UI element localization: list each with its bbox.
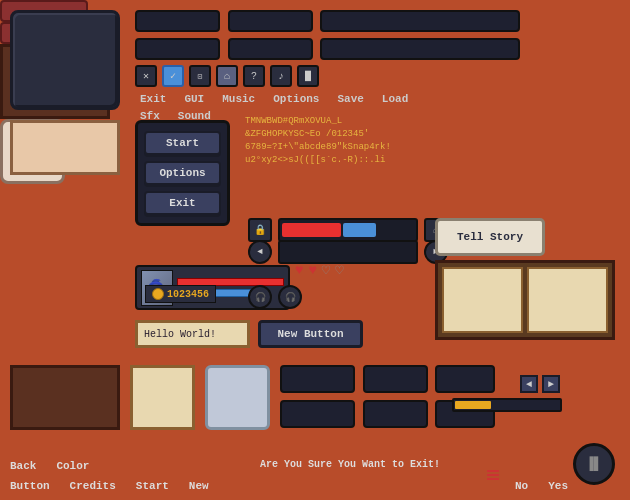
no-yes-row: No Yes [515,480,568,492]
pause-small-icon: ▐▌ [302,71,314,82]
arrow-left-icon: ◄ [257,247,262,257]
bottom-dark-btn-2[interactable] [280,400,355,428]
home-icon-btn[interactable]: ⌂ [216,65,238,87]
heart-1: ♥ [295,262,303,279]
bottom-new-label[interactable]: New [189,480,209,492]
left-tan-panel [10,120,120,175]
pause-button[interactable]: ▐▌ [573,443,615,485]
arrow-left-button[interactable]: ◄ [248,240,272,264]
bottom-brown-panel [10,365,120,430]
scroll-left-btn[interactable]: ◄ [520,375,538,393]
menu-exit-button[interactable]: Exit [144,191,221,215]
coin-display-icon [152,288,164,300]
slider-fill-blue [343,223,376,237]
lock-icon: 🔒 [254,224,266,236]
x-icon-btn[interactable]: ✕ [135,65,157,87]
nav-text-row: Exit GUI Music Options Save Load [140,93,408,105]
top-button-2[interactable] [228,10,313,32]
data-cell-1 [442,267,523,333]
bottom-grey-panel [205,365,270,430]
nav-load[interactable]: Load [382,93,408,105]
heart-4: ♡ [335,262,343,279]
headphone-icon-1: 🎧 [255,292,266,303]
headphone-icon-2: 🎧 [285,292,296,303]
dark-bar [278,240,418,264]
data-cell-2 [527,267,608,333]
camera-icon: ⊡ [198,72,203,81]
music-icon-btn[interactable]: ♪ [270,65,292,87]
question-icon-btn[interactable]: ? [243,65,265,87]
char-display: TMNWBWD#QRmXOVUA_L &ZFGHOPKYSC~Eo /01234… [245,115,495,167]
bottom-dark-btn-3[interactable] [363,365,428,393]
coin-score-display: 1023456 [145,285,216,303]
pause-icon: ▐▌ [586,456,603,472]
bottom-dark-btn-4[interactable] [363,400,428,428]
check-icon-btn[interactable]: ✓ [162,65,184,87]
home-icon: ⌂ [224,71,230,82]
nav-options[interactable]: Options [273,93,319,105]
scroll-right-btn[interactable]: ► [542,375,560,393]
top-button-8[interactable] [320,38,520,60]
top-button-1[interactable] [135,10,220,32]
pause-icon-btn[interactable]: ▐▌ [297,65,319,87]
char-line-3: 6789=?I+\"abcde89"kSnap4rk! [245,141,495,154]
char-line-2: &ZFGHOPKYSC~Eo /012345' [245,128,495,141]
char-line-1: TMNWBWD#QRmXOVUA_L [245,115,495,128]
music-icon: ♪ [278,71,284,82]
menu-panel: Start Options Exit [135,120,230,226]
question-text: Are You Sure You Want to Exit! [260,459,440,470]
yes-label[interactable]: Yes [548,480,568,492]
hello-world-input[interactable]: Hello World! [135,320,250,348]
question-icon: ? [251,71,257,82]
scroll-arrows: ◄ ► [520,375,560,393]
nav-exit[interactable]: Exit [140,93,166,105]
check-icon: ✓ [170,70,176,82]
bottom-dark-btn-1[interactable] [280,365,355,393]
camera-icon-btn[interactable]: ⊡ [189,65,211,87]
bottom-start-label[interactable]: Start [136,480,169,492]
nav-gui[interactable]: GUI [184,93,204,105]
bottom-credits-label[interactable]: Credits [70,480,116,492]
ham-line-3 [487,478,499,480]
top-button-6[interactable] [135,38,220,60]
top-button-3[interactable] [320,10,520,32]
nav-save[interactable]: Save [337,93,363,105]
main-container: ✕ ✓ ⊡ ⌂ ? ♪ ▐▌ Exit GUI Music Options Sa… [0,0,630,500]
bottom-slider[interactable] [452,398,562,412]
bottom-button-label[interactable]: Button [10,480,50,492]
menu-start-button[interactable]: Start [144,131,221,155]
heart-3: ♡ [322,262,330,279]
ham-line-2 [487,474,499,476]
char-line-4: u2°xy2<>sJ(([[s`c.-R)::.li [245,154,495,167]
bottom-color-label[interactable]: Color [56,460,89,472]
top-button-7[interactable] [228,38,313,60]
ham-line-1 [487,470,499,472]
slider-control[interactable] [278,218,418,242]
bottom-text-row-1: Back Color [10,460,89,472]
hearts-row: ♥ ♥ ♡ ♡ [295,262,344,279]
slider-gold-fill [455,401,491,409]
data-panel-right [435,260,615,340]
x-icon: ✕ [143,70,149,82]
new-button[interactable]: New Button [258,320,363,348]
heart-2: ♥ [308,262,316,279]
no-label[interactable]: No [515,480,528,492]
scroll-left-icon: ◄ [526,379,532,390]
headphone-button-2[interactable]: 🎧 [278,285,302,309]
top-left-panel [10,10,120,110]
menu-options-button[interactable]: Options [144,161,221,185]
bottom-back-label[interactable]: Back [10,460,36,472]
hamburger-icon[interactable] [485,468,501,482]
lock-button[interactable]: 🔒 [248,218,272,242]
tell-story-button[interactable]: Tell Story [435,218,545,256]
score-value: 1023456 [167,289,209,300]
icon-row: ✕ ✓ ⊡ ⌂ ? ♪ ▐▌ [135,65,319,87]
nav-music[interactable]: Music [222,93,255,105]
new-button-label: New Button [277,328,343,340]
bottom-tan-panel [130,365,195,430]
bottom-dark-btn-5[interactable] [435,365,495,393]
scroll-right-icon: ► [548,379,554,390]
slider-fill-red [282,223,341,237]
headphone-button-1[interactable]: 🎧 [248,285,272,309]
hello-world-text: Hello World! [144,329,216,340]
